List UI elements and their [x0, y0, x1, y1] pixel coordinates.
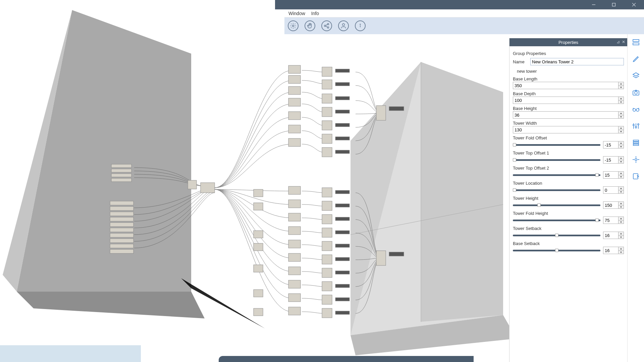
property-slider[interactable]	[513, 173, 600, 177]
svg-rect-16	[110, 212, 133, 216]
property-slider[interactable]	[513, 143, 600, 147]
gear-icon[interactable]	[288, 20, 299, 31]
spinner[interactable]: ▲▼	[619, 82, 624, 89]
property-input[interactable]	[513, 82, 619, 89]
svg-rect-63	[288, 280, 301, 288]
property-input[interactable]	[603, 232, 619, 239]
svg-rect-61	[288, 253, 301, 261]
spinner[interactable]: ▲▼	[619, 247, 624, 254]
svg-rect-85	[335, 311, 350, 314]
side-tool-palette	[627, 34, 644, 362]
svg-point-104	[635, 92, 637, 94]
svg-rect-86	[376, 251, 386, 265]
svg-rect-32	[288, 138, 301, 146]
svg-rect-27	[288, 75, 301, 83]
property-input[interactable]	[603, 201, 619, 209]
svg-rect-121	[633, 174, 638, 179]
svg-rect-113	[633, 140, 639, 141]
svg-rect-102	[633, 43, 639, 45]
target-icon[interactable]	[631, 155, 641, 164]
spinner[interactable]: ▲▼	[619, 156, 624, 164]
spinner[interactable]: ▲▼	[619, 171, 624, 179]
info-icon[interactable]	[355, 20, 366, 31]
svg-rect-14	[110, 201, 133, 205]
svg-rect-114	[633, 142, 639, 143]
property-label: Base Setback	[513, 241, 624, 246]
property-input[interactable]	[603, 217, 619, 224]
svg-rect-52	[254, 243, 263, 251]
svg-line-96	[326, 24, 328, 25]
svg-rect-33	[322, 67, 332, 76]
property-label: Base Length	[513, 76, 624, 81]
svg-rect-77	[335, 204, 350, 207]
export-icon[interactable]	[631, 172, 641, 181]
pencil-icon[interactable]	[631, 54, 641, 64]
svg-line-97	[326, 26, 328, 27]
svg-rect-82	[335, 271, 350, 274]
ground-plane	[0, 345, 141, 362]
svg-rect-25	[201, 183, 215, 193]
property-slider[interactable]	[513, 218, 600, 222]
window-close-button[interactable]	[624, 0, 644, 9]
svg-rect-12	[111, 174, 131, 177]
svg-rect-42	[335, 97, 350, 100]
status-bar	[219, 356, 474, 362]
spinner[interactable]: ▲▼	[619, 186, 624, 194]
property-label: Tower Fold Offset	[513, 135, 624, 140]
svg-rect-49	[254, 189, 263, 197]
svg-rect-79	[335, 231, 350, 234]
spinner[interactable]: ▲▼	[619, 141, 624, 148]
svg-rect-29	[288, 98, 301, 106]
sliders-icon[interactable]	[631, 121, 641, 131]
svg-rect-19	[110, 228, 133, 232]
svg-rect-28	[288, 86, 301, 95]
property-input[interactable]	[603, 186, 619, 194]
name-input[interactable]	[530, 58, 624, 65]
close-icon[interactable]: ✕	[622, 40, 625, 44]
svg-point-112	[638, 124, 639, 125]
property-input[interactable]	[513, 97, 619, 104]
property-slider[interactable]	[513, 203, 600, 207]
svg-rect-48	[389, 107, 404, 111]
property-slider[interactable]	[513, 188, 600, 192]
spinner[interactable]: ▲▼	[619, 217, 624, 224]
panel-icon[interactable]	[631, 38, 641, 47]
camera-icon[interactable]	[631, 88, 641, 97]
pin-icon[interactable]: ⊿	[616, 40, 620, 44]
svg-rect-57	[288, 200, 301, 208]
svg-rect-89	[612, 3, 615, 6]
hand-icon[interactable]	[305, 20, 315, 31]
svg-rect-45	[335, 137, 350, 140]
property-input[interactable]	[513, 111, 619, 119]
person-icon[interactable]	[338, 20, 349, 31]
property-input[interactable]	[603, 141, 619, 148]
property-slider[interactable]	[513, 233, 600, 237]
window-minimize-button[interactable]	[584, 0, 604, 9]
svg-rect-22	[110, 244, 133, 248]
share-icon[interactable]	[321, 20, 332, 31]
property-slider[interactable]	[513, 158, 600, 162]
glasses-icon[interactable]	[631, 105, 641, 114]
svg-rect-80	[335, 244, 350, 247]
spinner[interactable]: ▲▼	[619, 201, 624, 209]
menu-info[interactable]: Info	[311, 11, 319, 16]
property-input[interactable]	[603, 247, 619, 254]
property-slider[interactable]	[513, 248, 600, 252]
property-input[interactable]	[513, 126, 619, 133]
spinner[interactable]: ▲▼	[619, 97, 624, 104]
window-maximize-button[interactable]	[604, 0, 624, 9]
svg-rect-26	[288, 65, 301, 73]
spinner[interactable]: ▲▼	[619, 111, 624, 119]
svg-rect-21	[110, 239, 133, 243]
menu-window[interactable]: Window	[288, 11, 305, 16]
stack-icon[interactable]	[631, 138, 641, 147]
layers-icon[interactable]	[631, 71, 641, 80]
spinner[interactable]: ▲▼	[619, 232, 624, 239]
subtitle: new tower	[517, 69, 537, 74]
property-input[interactable]	[603, 171, 619, 179]
property-input[interactable]	[603, 156, 619, 164]
svg-point-110	[633, 124, 634, 126]
svg-rect-67	[322, 201, 332, 210]
spinner[interactable]: ▲▼	[619, 126, 624, 133]
property-label: Tower Width	[513, 121, 624, 126]
